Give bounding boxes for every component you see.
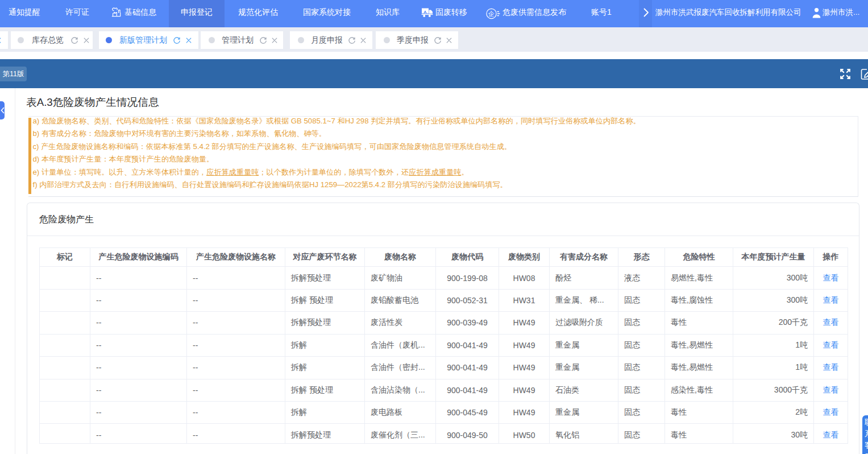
- svg-text:企: 企: [488, 10, 495, 17]
